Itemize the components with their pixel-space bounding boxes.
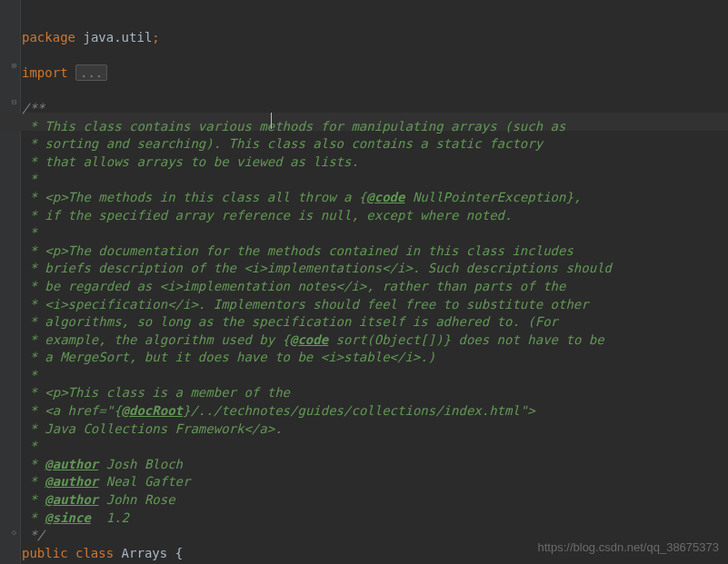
watermark-text: https://blog.csdn.net/qq_38675373 [538, 539, 720, 557]
public-keyword: public [22, 546, 68, 560]
javadoc-line: * if the specified array reference is nu… [22, 208, 512, 223]
javadoc-line: * <p>The methods in this class all throw… [22, 190, 366, 204]
javadoc-line: * [22, 368, 37, 382]
javadoc-line: * This class contains various methods fo… [22, 119, 565, 134]
fold-expand-icon[interactable]: ⊞ [9, 61, 19, 71]
import-keyword: import [22, 65, 68, 80]
text-caret [271, 113, 272, 129]
class-name: Arrays [122, 546, 168, 560]
author-tag: @author [45, 492, 98, 507]
author-tag: @author [45, 474, 98, 489]
javadoc-line: * Java Collections Framework</a>. [22, 421, 283, 436]
class-keyword: class [75, 546, 114, 560]
author-tag: @author [45, 457, 98, 471]
javadoc-line: * [22, 172, 37, 186]
editor-gutter [0, 0, 21, 564]
package-keyword: package [22, 30, 75, 45]
fold-collapse-icon[interactable]: ⊟ [9, 97, 19, 107]
javadoc-line: * [22, 439, 37, 453]
javadoc-line: * a MergeSort, but it does have to be <i… [22, 350, 435, 364]
javadoc-line: * <p>This class is a member of the [22, 385, 290, 400]
docroot-tag: @docRoot [122, 403, 183, 418]
code-tag: @code [290, 332, 328, 347]
code-editor[interactable]: package java.util; import ... /** * This… [22, 11, 728, 562]
class-indicator-icon[interactable]: ◇ [9, 528, 19, 538]
javadoc-line: * example, the algorithm used by { [22, 332, 290, 347]
javadoc-line: * <i>specification</i>. Implementors sho… [22, 297, 589, 312]
javadoc-line: * sorting and searching). This class als… [22, 136, 543, 151]
javadoc-line: * that allows arrays to be viewed as lis… [22, 154, 359, 169]
folded-imports[interactable]: ... [75, 64, 107, 81]
javadoc-end: */ [22, 528, 45, 542]
javadoc-line: * briefs description of the <i>implement… [22, 261, 612, 275]
javadoc-line: * be regarded as <i>implementation notes… [22, 279, 565, 293]
javadoc-line: * <p>The documentation for the methods c… [22, 243, 573, 258]
since-tag: @since [45, 510, 91, 525]
javadoc-line: * [22, 225, 37, 240]
javadoc-line: * <a href="{ [22, 403, 122, 418]
code-tag: @code [366, 190, 404, 204]
javadoc-start: /** [22, 101, 45, 115]
package-name: java.util [83, 30, 152, 45]
javadoc-line: * algorithms, so long as the specificati… [22, 314, 558, 329]
